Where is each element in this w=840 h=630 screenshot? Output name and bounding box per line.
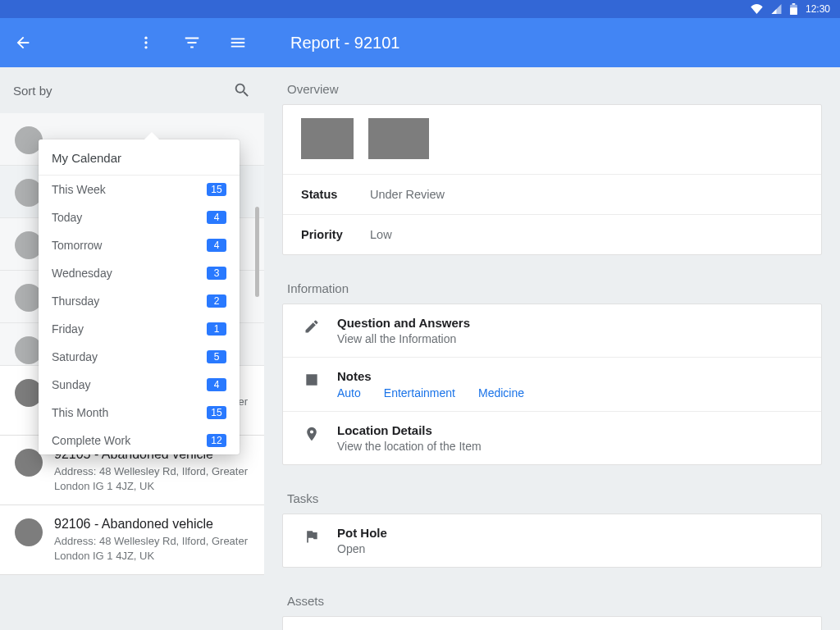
calendar-row-label: Wednesday xyxy=(52,267,112,280)
scrollbar[interactable] xyxy=(255,207,259,297)
priority-value: Low xyxy=(370,228,392,241)
app-bar: Report - 92101 xyxy=(0,18,840,67)
count-badge: 15 xyxy=(207,406,226,419)
information-card: Question and Answers View all the Inform… xyxy=(282,304,822,465)
row-title: Question and Answers xyxy=(337,316,470,330)
page-title: Report - 92101 xyxy=(264,18,840,67)
list-item-address: Address: 48 Wellesley Rd, Ilford, Greate… xyxy=(54,534,251,563)
thumbnail[interactable] xyxy=(368,118,429,159)
tasks-card: Pot Hole Open xyxy=(282,514,822,568)
thumbnail-strip xyxy=(283,105,821,174)
app-bar-left xyxy=(0,18,264,67)
svg-point-3 xyxy=(144,37,147,39)
calendar-row[interactable]: Tomorrow4 xyxy=(39,231,240,259)
count-badge: 4 xyxy=(207,211,226,224)
signal-icon xyxy=(771,4,782,14)
info-row-notes[interactable]: Notes Auto Entertainment Medicine xyxy=(283,357,821,411)
calendar-row-label: This Week xyxy=(52,183,106,196)
calendar-row-label: Sunday xyxy=(52,378,90,391)
section-overview: Overview xyxy=(264,67,840,104)
list-item[interactable]: 92106 - Abandoned vehicle Address: 48 We… xyxy=(0,505,264,575)
notes-icon xyxy=(301,369,322,388)
svg-point-4 xyxy=(144,41,147,43)
count-badge: 2 xyxy=(207,294,226,308)
status-key: Status xyxy=(301,188,370,201)
calendar-row[interactable]: Thursday2 xyxy=(39,287,240,315)
count-badge: 15 xyxy=(207,183,226,196)
section-tasks: Tasks xyxy=(264,477,840,514)
section-information: Information xyxy=(264,267,840,304)
calendar-row[interactable]: Wednesday3 xyxy=(39,259,240,287)
calendar-row[interactable]: Complete Work12 xyxy=(39,427,240,454)
clock: 12:30 xyxy=(806,3,830,15)
row-title: Pot Hole xyxy=(337,526,387,540)
menu-icon[interactable] xyxy=(226,31,249,54)
tag-link[interactable]: Auto xyxy=(337,386,361,399)
calendar-popover: My Calendar This Week15 Today4 Tomorrow4… xyxy=(39,139,240,454)
status-value: Under Review xyxy=(370,188,445,201)
calendar-row-label: Complete Work xyxy=(52,434,130,447)
list-item-address: Address: 48 Wellesley Rd, Ilford, Greate… xyxy=(54,464,251,493)
calendar-row[interactable]: Friday1 xyxy=(39,315,240,343)
pencil-icon xyxy=(301,316,322,335)
calendar-row[interactable]: This Month15 xyxy=(39,399,240,427)
svg-rect-1 xyxy=(790,7,797,15)
popover-title: My Calendar xyxy=(39,139,240,176)
calendar-row-label: Today xyxy=(52,211,82,224)
calendar-row-label: Thursday xyxy=(52,294,99,308)
back-icon[interactable] xyxy=(11,31,34,54)
count-badge: 12 xyxy=(207,434,226,447)
sort-label[interactable]: Sort by xyxy=(13,84,233,98)
calendar-row[interactable]: This Week15 xyxy=(39,176,240,203)
overview-card: Status Under Review Priority Low xyxy=(282,104,822,255)
count-badge: 3 xyxy=(207,267,226,280)
calendar-row-label: Saturday xyxy=(52,350,98,363)
assets-card: Asset Details View all info of this prop… xyxy=(282,616,822,630)
priority-key: Priority xyxy=(301,228,370,241)
row-title: Notes xyxy=(337,369,524,383)
flag-icon xyxy=(301,526,322,545)
section-assets: Assets xyxy=(264,579,840,616)
avatar xyxy=(15,518,43,546)
wifi-icon xyxy=(751,4,763,14)
calendar-row[interactable]: Saturday5 xyxy=(39,343,240,371)
calendar-row-label: Tomorrow xyxy=(52,239,102,252)
asset-row[interactable]: Asset Details View all info of this prop… xyxy=(283,617,821,630)
more-vert-icon[interactable] xyxy=(135,31,158,54)
count-badge: 5 xyxy=(207,350,226,363)
svg-point-5 xyxy=(144,46,147,48)
calendar-row[interactable]: Today4 xyxy=(39,203,240,231)
row-sub: View all the Information xyxy=(337,332,470,345)
search-icon[interactable] xyxy=(233,81,251,99)
task-row[interactable]: Pot Hole Open xyxy=(283,514,821,567)
detail-pane: Overview Status Under Review Priority Lo… xyxy=(264,67,840,630)
calendar-row-label: This Month xyxy=(52,406,108,419)
tag-link[interactable]: Medicine xyxy=(478,386,524,399)
filter-icon[interactable] xyxy=(180,31,203,54)
svg-rect-2 xyxy=(792,3,796,5)
location-icon xyxy=(301,423,322,442)
row-title: Location Details xyxy=(337,423,482,437)
thumbnail[interactable] xyxy=(301,118,354,159)
calendar-row[interactable]: Sunday4 xyxy=(39,371,240,399)
count-badge: 1 xyxy=(207,322,226,336)
count-badge: 4 xyxy=(207,239,226,252)
system-status-bar: 12:30 xyxy=(0,0,840,18)
calendar-row-label: Friday xyxy=(52,322,84,336)
sort-row: Sort by xyxy=(0,67,264,113)
tag-link[interactable]: Entertainment xyxy=(384,386,455,399)
count-badge: 4 xyxy=(207,378,226,391)
battery-icon xyxy=(790,3,797,15)
row-sub: Open xyxy=(337,542,387,555)
info-row-qa[interactable]: Question and Answers View all the Inform… xyxy=(283,304,821,357)
info-row-location[interactable]: Location Details View the location of th… xyxy=(283,411,821,464)
row-sub: View the location of the Item xyxy=(337,440,482,453)
list-item-title: 92106 - Abandoned vehicle xyxy=(54,517,251,532)
left-pane: Sort by 92104 - Abandoned vehicle Addres… xyxy=(0,67,264,630)
